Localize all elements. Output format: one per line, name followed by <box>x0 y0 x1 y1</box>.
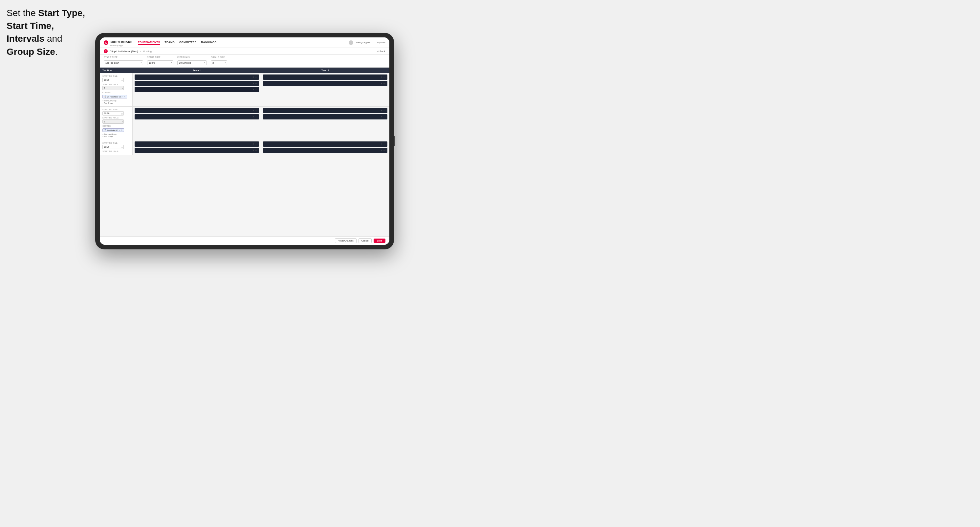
table-area: Tee Time Team 1 Team 2 STARTING TIME: ST… <box>100 68 389 236</box>
group-size-label: Group Size <box>211 56 227 59</box>
breadcrumb: C Clippd Invitational (Men) › Hosting < … <box>100 48 389 55</box>
start-time-select[interactable]: 10:00 <box>147 60 173 65</box>
th-team1: Team 1 <box>133 68 261 73</box>
slot-x-4-2[interactable]: ✕ <box>381 116 382 118</box>
start-time-group: Start Time 10:00 <box>147 56 173 65</box>
group-left-2: STARTING TIME: STARTING HOLE: 1 COURSE: … <box>100 106 133 140</box>
player-slot-6-1[interactable]: ✕ ⋯ <box>263 141 387 147</box>
player-slot-4-2[interactable]: ✕ ⋯ <box>263 114 387 119</box>
slot-x-4-1[interactable]: ✕ <box>381 110 382 111</box>
slot-x-3-1[interactable]: ✕ <box>253 110 254 111</box>
footer-bar: Reset Changes Cancel Save <box>100 236 389 245</box>
instruction-line3: Intervals <box>6 33 45 44</box>
remove-group-btn-2[interactable]: ○ Remove Group <box>102 133 130 135</box>
slot-dots-6-2: ⋯ <box>383 149 385 151</box>
hole-select-wrap-2: 1 <box>102 119 124 124</box>
instruction-line2: Start Time, <box>6 21 54 31</box>
add-group-btn-1[interactable]: + Add Group <box>102 102 130 104</box>
starting-hole-select-1[interactable]: 1 <box>102 86 124 90</box>
breadcrumb-tournament[interactable]: Clippd Invitational (Men) <box>110 50 138 53</box>
navbar: C SCOREBOARD Powered by clippd TOURNAMEN… <box>100 37 389 48</box>
team1-cell-2: ✕ ⋯ ✕ ⋯ <box>133 106 261 140</box>
course-name-1: (A) Peachtree GC <box>107 96 121 98</box>
team2-cell-3: ✕ ⋯ ✕ ⋯ <box>261 140 389 155</box>
course-remove-1[interactable]: × <box>122 96 123 98</box>
starting-time-label-1: STARTING TIME: <box>102 75 130 77</box>
save-button[interactable]: Save <box>374 238 385 243</box>
slot-x-1-3[interactable]: ✕ <box>253 89 254 90</box>
cancel-button[interactable]: Cancel <box>358 238 372 243</box>
team1-cell-3: ✕ ⋯ ✕ ⋯ <box>133 140 261 155</box>
nav-committee[interactable]: COMMITTEE <box>179 40 197 45</box>
intervals-label: Intervals <box>177 56 207 59</box>
player-slot-1-1[interactable]: ✕ ⋯ <box>135 75 259 80</box>
start-type-select[interactable]: 1st Tee Start <box>104 60 143 65</box>
slot-x-1-2[interactable]: ✕ <box>253 83 254 84</box>
intervals-group: Intervals 10 Minutes <box>177 56 207 65</box>
player-slot-1-3[interactable]: ✕ ⋯ <box>135 87 259 92</box>
nav-teams[interactable]: TEAMS <box>165 40 175 45</box>
instruction-highlight1: Start Type, <box>38 8 85 18</box>
logo-text-area: SCOREBOARD Powered by clippd <box>110 38 133 47</box>
starting-time-input-3[interactable] <box>102 145 124 149</box>
slot-x-1-1[interactable]: ✕ <box>253 76 254 78</box>
player-slot-5-1[interactable]: ✕ ⋯ <box>135 141 259 147</box>
slot-x-2-1[interactable]: ✕ <box>381 76 382 78</box>
slot-x-6-2[interactable]: ✕ <box>381 149 382 151</box>
time-input-wrap-3 <box>102 145 124 149</box>
start-time-label: Start Time <box>147 56 173 59</box>
reset-changes-button[interactable]: Reset Changes <box>335 238 356 243</box>
nav-separator: | <box>374 41 374 44</box>
slot-dots-4-2: ⋯ <box>383 116 385 118</box>
starting-hole-label-2: STARTING HOLE: <box>102 117 130 119</box>
group-row-2: STARTING TIME: STARTING HOLE: 1 COURSE: … <box>100 106 389 140</box>
course-label-1: COURSE: <box>102 92 130 94</box>
player-slot-5-2[interactable]: ✕ ⋯ <box>135 148 259 153</box>
table-header: Tee Time Team 1 Team 2 <box>100 68 389 73</box>
slot-dots-5-1: ⋯ <box>255 143 257 145</box>
course-label-2: COURSE: <box>102 125 130 127</box>
starting-hole-select-2[interactable]: 1 <box>102 119 124 124</box>
add-group-btn-2[interactable]: + Add Group <box>102 135 130 138</box>
th-team2: Team 2 <box>261 68 389 73</box>
starting-time-label-2: STARTING TIME: <box>102 109 130 111</box>
tablet-screen: C SCOREBOARD Powered by clippd TOURNAMEN… <box>100 37 389 245</box>
group-size-select-wrap: 3 <box>211 59 227 65</box>
breadcrumb-hosting: Hosting <box>143 50 152 53</box>
team2-cell-1: ✕ ⋯ ✕ ⋯ <box>261 73 389 106</box>
instruction-prefix: Set the <box>6 8 38 18</box>
team1-cell-1: ✕ ⋯ ✕ ⋯ ✕ ⋯ <box>133 73 261 106</box>
nav-right: blair@clippd.io | Sign out <box>348 40 385 45</box>
player-slot-6-2[interactable]: ✕ ⋯ <box>263 148 387 153</box>
slot-x-2-2[interactable]: ✕ <box>381 83 382 84</box>
player-slot-4-1[interactable]: ✕ ⋯ <box>263 108 387 113</box>
slot-x-5-2[interactable]: ✕ <box>253 149 254 151</box>
remove-group-btn-1[interactable]: ○ Remove Group <box>102 100 130 102</box>
player-slot-3-2[interactable]: ✕ ⋯ <box>135 114 259 119</box>
player-slot-3-1[interactable]: ✕ ⋯ <box>135 108 259 113</box>
course-edit-1[interactable]: ✎ <box>124 95 126 98</box>
slot-x-6-1[interactable]: ✕ <box>381 143 382 145</box>
slot-dots-1-2: ⋯ <box>255 83 257 84</box>
instruction-suffix3: and <box>45 33 62 44</box>
logo-title: SCOREBOARD <box>110 40 133 44</box>
group-size-select[interactable]: 3 <box>211 60 227 65</box>
back-button[interactable]: < Back <box>377 50 385 53</box>
instruction-text: Set the Start Type, Start Time, Interval… <box>6 6 99 58</box>
player-slot-2-2[interactable]: ✕ ⋯ <box>263 81 387 86</box>
player-slot-1-2[interactable]: ✕ ⋯ <box>135 81 259 86</box>
course-remove-2[interactable]: × <box>119 129 120 131</box>
nav-tournaments[interactable]: TOURNAMENTS <box>138 40 160 45</box>
slot-x-5-1[interactable]: ✕ <box>253 143 254 145</box>
intervals-select[interactable]: 10 Minutes <box>177 60 207 65</box>
th-tee-time: Tee Time <box>100 68 133 73</box>
course-edit-2[interactable]: ✎ <box>121 129 123 131</box>
starting-hole-label-1: STARTING HOLE: <box>102 83 130 85</box>
sign-out-link[interactable]: Sign out <box>377 41 385 44</box>
player-slot-2-1[interactable]: ✕ ⋯ <box>263 75 387 80</box>
starting-time-input-1[interactable] <box>102 78 124 82</box>
time-input-wrap-1 <box>102 78 124 82</box>
nav-rankings[interactable]: RANKINGS <box>201 40 217 45</box>
starting-time-input-2[interactable] <box>102 111 124 116</box>
slot-x-3-2[interactable]: ✕ <box>253 116 254 118</box>
